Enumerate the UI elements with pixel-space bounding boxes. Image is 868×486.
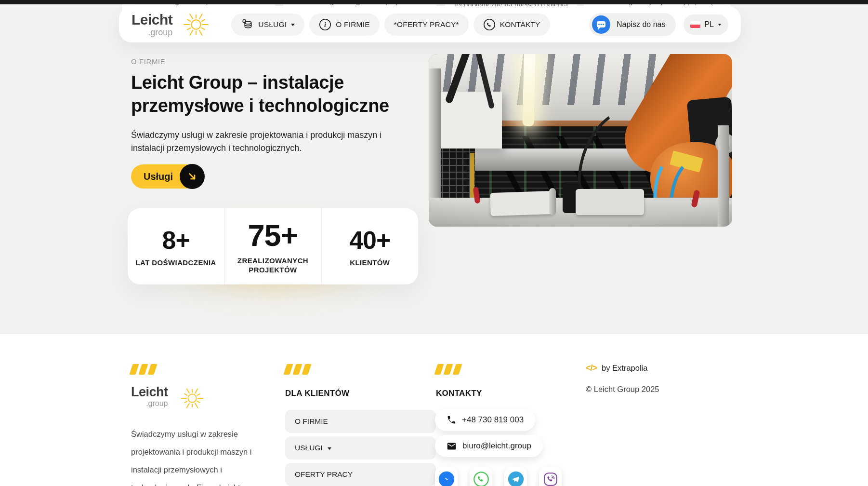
top-black-bar	[0, 0, 868, 4]
phone-number: +48 730 819 003	[462, 415, 524, 425]
accent-marks	[436, 364, 460, 375]
stats-card: 8+ LAT DOŚWIADCZENIA 75+ ZREALIZOWANYCH …	[128, 208, 418, 284]
messenger-button[interactable]	[435, 467, 458, 486]
logo-name: Leicht	[132, 13, 172, 27]
viber-icon	[541, 470, 560, 486]
code-icon: </>	[586, 363, 597, 373]
footer-link-oferty-pracy[interactable]: OFERTY PRACY	[285, 463, 436, 486]
stat-experience: 8+ LAT DOŚWIADCZENIA	[128, 208, 224, 284]
accent-marks	[131, 364, 156, 375]
page: technologiczne dopasowane do technologic…	[0, 0, 868, 486]
messenger-icon	[437, 470, 456, 486]
footer-link-o-firmie[interactable]: O FIRMIE	[285, 410, 436, 433]
info-icon: i	[319, 18, 331, 31]
nav-item-label: O FIRMIE	[336, 20, 370, 29]
footer-link-label: O FIRMIE	[295, 417, 328, 426]
whatsapp-button[interactable]	[470, 467, 492, 486]
section-eyebrow: O FIRMIE	[131, 57, 165, 66]
copyright: © Leicht Group 2025	[586, 385, 659, 394]
header-right: Napisz do nas PL	[589, 13, 728, 36]
page-title: Leicht Group – instalacje przemysłowe i …	[131, 71, 406, 118]
hero-image	[429, 54, 732, 227]
email-button[interactable]: biuro@leicht.group	[435, 435, 543, 457]
footer-links-title: DLA KLIENTÓW	[285, 389, 349, 398]
logo[interactable]: Leicht .group	[132, 13, 172, 37]
chevron-down-icon	[291, 24, 295, 26]
arrow-down-right-icon	[180, 164, 205, 189]
chevron-down-icon	[328, 447, 331, 450]
services-button-label: Usługi	[144, 171, 173, 182]
footer-link-label: USŁUGI	[295, 444, 323, 452]
nav-item-uslugi[interactable]: USŁUGI	[231, 14, 304, 36]
stat-label: ZREALIZOWANYCH PROJEKTÓW	[232, 256, 314, 275]
logo-suffix: .group	[146, 400, 168, 407]
nav-item-label: USŁUGI	[258, 20, 287, 29]
stat-value: 8+	[162, 226, 190, 255]
stat-value: 75+	[248, 218, 298, 253]
stat-label: LAT DOŚWIADCZENIA	[135, 258, 216, 268]
nav-items: USŁUGI i O FIRMIE *OFERTY PRACY* KONTAKT…	[231, 14, 550, 36]
write-to-us-button[interactable]: Napisz do nas	[589, 13, 676, 36]
svg-text:i: i	[324, 21, 326, 28]
nav-item-o-firmie[interactable]: i O FIRMIE	[309, 14, 380, 36]
hero-description: Świadczymy usługi w zakresie projektowan…	[131, 129, 394, 154]
nav-item-label: *OFERTY PRACY*	[394, 20, 459, 29]
accent-marks	[285, 364, 310, 375]
stat-value: 40+	[349, 226, 390, 255]
footer-link-label: OFERTY PRACY	[295, 470, 353, 479]
stat-label: KLIENTÓW	[350, 258, 390, 268]
sun-icon	[180, 386, 205, 411]
pl-flag-icon	[690, 21, 700, 28]
whatsapp-icon	[472, 470, 490, 486]
developer-credit-label: by Extrapolia	[602, 364, 647, 373]
chevron-down-icon	[718, 24, 721, 26]
sun-icon	[182, 11, 210, 39]
nav-item-kontakty[interactable]: KONTAKTY	[473, 14, 550, 36]
stat-clients: 40+ KLIENTÓW	[321, 208, 418, 284]
telegram-button[interactable]	[504, 467, 527, 486]
phone-handset-icon	[447, 415, 456, 425]
footer-links: O FIRMIE USŁUGI OFERTY PRACY	[285, 410, 436, 486]
nav-item-label: KONTAKTY	[500, 20, 540, 29]
developer-credit[interactable]: </> by Extrapolia	[586, 363, 647, 373]
social-buttons	[435, 467, 562, 486]
chat-icon	[592, 15, 611, 34]
header: Leicht .group USŁUGI	[119, 6, 741, 42]
coins-icon	[241, 18, 254, 31]
envelope-icon	[447, 441, 457, 451]
phone-icon	[483, 18, 496, 31]
footer-logo[interactable]: Leicht .group	[131, 386, 205, 411]
footer-contacts-title: KONTAKTY	[436, 389, 482, 398]
footer-link-uslugi[interactable]: USŁUGI	[285, 436, 436, 459]
phone-button[interactable]: +48 730 819 003	[435, 409, 535, 431]
nav-item-oferty-pracy[interactable]: *OFERTY PRACY*	[384, 14, 469, 36]
viber-button[interactable]	[539, 467, 562, 486]
language-selector[interactable]: PL	[684, 14, 728, 35]
services-button[interactable]: Usługi	[131, 164, 203, 189]
logo-suffix: .group	[148, 28, 172, 37]
email-address: biuro@leicht.group	[462, 441, 531, 451]
logo-name: Leicht	[131, 386, 168, 399]
language-code: PL	[704, 20, 714, 29]
footer-about-text: Świadczymy usługi w zakresie projektowan…	[131, 425, 257, 486]
write-to-us-label: Napisz do nas	[617, 20, 665, 29]
telegram-icon	[507, 470, 525, 486]
stat-projects: 75+ ZREALIZOWANYCH PROJEKTÓW	[224, 208, 321, 284]
